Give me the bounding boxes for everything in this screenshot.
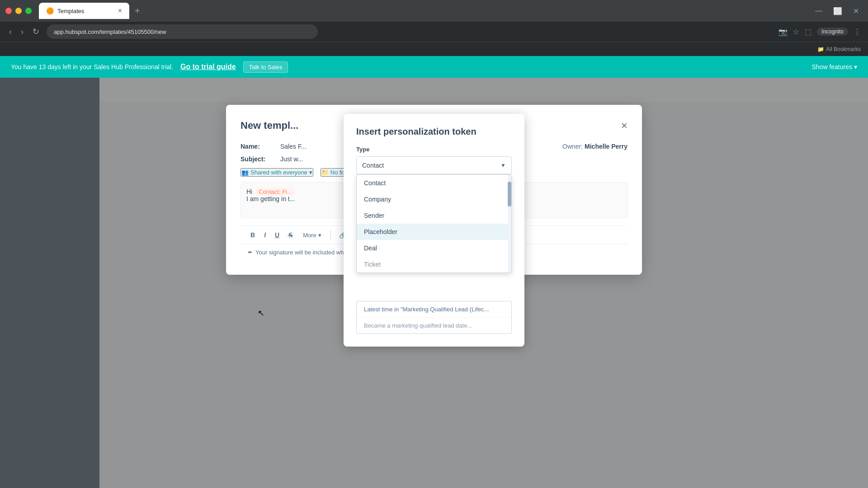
bookmarks-bar: 📁 All Bookmarks (0, 42, 868, 56)
dropdown-menu: Contact Company Sender Placeholder Deal … (356, 174, 512, 273)
reload-button[interactable]: ↻ (31, 25, 41, 38)
token-modal: Insert personalization token Type Contac… (344, 114, 524, 347)
browser-chrome: 🟠 Templates × + — ⬜ ✕ (0, 0, 868, 22)
owner-info: Owner: Michelle Perry (562, 143, 627, 150)
type-label: Type (356, 146, 512, 153)
chevron-down-share-icon: ▾ (309, 169, 312, 176)
more-arrow-icon: ▾ (318, 232, 321, 239)
new-template-dialog: New templ... × Name: Sales F... Owner: M… (226, 105, 642, 275)
more-button[interactable]: More ▾ (299, 230, 325, 240)
chevron-down-icon: ▾ (854, 63, 857, 70)
dropdown-selected-value: Contact (362, 162, 384, 169)
folder-icon: 📁 (817, 46, 824, 52)
dialog-close-button[interactable]: × (621, 119, 627, 132)
forward-button[interactable]: › (19, 25, 25, 38)
strikethrough-button[interactable]: S̶ (286, 230, 296, 240)
subject-label: Subject: (241, 155, 277, 163)
notification-text: You have 13 days left in your Sales Hub … (11, 63, 173, 70)
editor-text-body: I am getting in t... (246, 195, 295, 202)
minimize-window-btn[interactable]: — (811, 5, 826, 17)
menu-icon[interactable]: ⋮ (854, 28, 861, 36)
scrollbar-track (508, 175, 511, 272)
toolbar-divider-1 (330, 230, 331, 239)
window-close-btn[interactable] (5, 8, 12, 14)
name-label: Name: (241, 143, 277, 150)
type-dropdown: Contact ▼ Contact Company Sender Placeho… (356, 156, 512, 174)
dropdown-item-company[interactable]: Company (357, 191, 511, 207)
italic-button[interactable]: I (261, 230, 269, 240)
dialog-title: New templ... (241, 120, 298, 131)
restore-window-btn[interactable]: ⬜ (830, 5, 846, 17)
trial-guide-link[interactable]: Go to trial guide (180, 63, 236, 71)
window-controls (5, 8, 32, 14)
address-bar: ‹ › ↻ app.hubspot.com/templates/45105500… (0, 22, 868, 42)
tab-title: Templates (57, 8, 84, 14)
talk-to-sales-button[interactable]: Talk to Sales (243, 61, 288, 73)
property-section: Latest time in "Marketing Qualified Lead… (356, 301, 512, 334)
property-item-1[interactable]: Latest time in "Marketing Qualified Lead… (357, 301, 511, 318)
dropdown-scroll[interactable]: Contact Company Sender Placeholder Deal … (357, 175, 511, 272)
sharing-button[interactable]: 👥 Shared with everyone ▾ (241, 168, 313, 177)
signature-icon: ✒ (248, 249, 253, 256)
subject-value: Just w... (280, 155, 303, 163)
tab-bar: 🟠 Templates × + (39, 3, 808, 19)
star-icon[interactable]: ☆ (793, 28, 799, 36)
hubspot-favicon: 🟠 (46, 7, 54, 14)
extension-icon[interactable]: ⬚ (805, 28, 811, 36)
window-maximize-btn[interactable] (25, 8, 32, 14)
dropdown-arrow-icon: ▼ (500, 162, 506, 169)
back-button[interactable]: ‹ (7, 25, 14, 38)
dropdown-item-ticket[interactable]: Ticket (357, 256, 511, 272)
name-value: Sales F... (280, 143, 307, 150)
window-action-controls: — ⬜ ✕ (811, 5, 863, 17)
show-features-button[interactable]: Show features ▾ (812, 63, 858, 70)
editor-text-hi: Hi (246, 188, 252, 195)
camera-off-icon: 📷 (778, 28, 788, 36)
dropdown-item-contact[interactable]: Contact (357, 175, 511, 191)
owner-name: Michelle Perry (585, 143, 627, 150)
token-modal-title: Insert personalization token (356, 127, 512, 137)
close-window-btn[interactable]: ✕ (849, 5, 863, 17)
scrollbar-thumb[interactable] (508, 182, 511, 206)
modal-overlay: New templ... × Name: Sales F... Owner: M… (0, 78, 868, 488)
dropdown-item-sender[interactable]: Sender (357, 207, 511, 224)
new-tab-button[interactable]: + (131, 4, 144, 18)
address-input[interactable]: app.hubspot.com/templates/45105500/new (47, 24, 318, 39)
folder-btn-icon: 📁 (321, 169, 329, 176)
dropdown-item-deal[interactable]: Deal (357, 240, 511, 256)
browser-tab-active[interactable]: 🟠 Templates × (39, 3, 129, 19)
dropdown-trigger[interactable]: Contact ▼ (356, 156, 512, 174)
name-field-group: Name: Sales F... (241, 143, 307, 150)
users-icon: 👥 (241, 169, 249, 176)
dropdown-scroll-wrapper: Contact Company Sender Placeholder Deal … (357, 175, 511, 272)
notification-bar: You have 13 days left in your Sales Hub … (0, 56, 868, 78)
all-bookmarks[interactable]: 📁 All Bookmarks (817, 46, 861, 52)
page-area: New templ... × Name: Sales F... Owner: M… (0, 78, 868, 488)
address-text: app.hubspot.com/templates/45105500/new (54, 28, 166, 35)
bold-button[interactable]: B (248, 230, 258, 240)
property-item-2[interactable]: Became a marketing qualified lead date..… (357, 318, 511, 333)
incognito-badge: Incognito (817, 28, 848, 36)
underline-button[interactable]: U (272, 230, 282, 240)
dropdown-item-placeholder[interactable]: Placeholder (357, 224, 511, 240)
address-icons: 📷 ☆ ⬚ Incognito ⋮ (778, 28, 861, 36)
window-minimize-btn[interactable] (15, 8, 22, 14)
property-list: Latest time in "Marketing Qualified Lead… (356, 301, 512, 334)
tab-close-icon[interactable]: × (118, 7, 122, 15)
